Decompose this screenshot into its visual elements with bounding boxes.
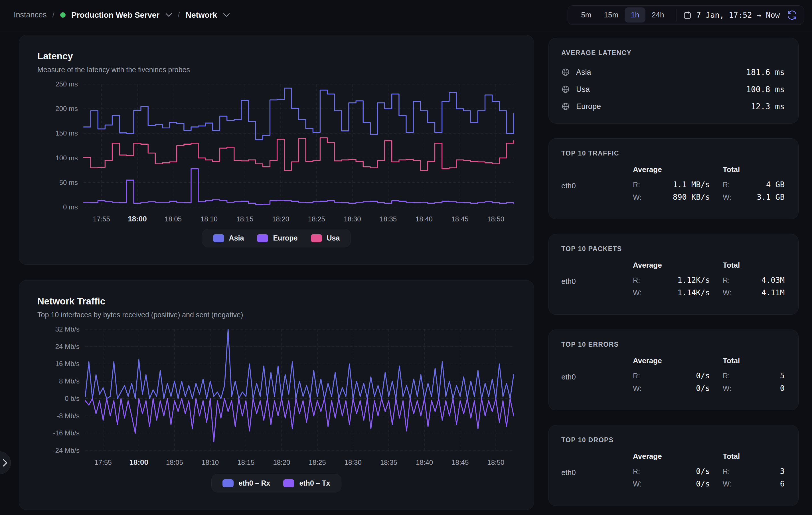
total-write-row: W:3.1 GB (723, 193, 785, 205)
svg-text:50 ms: 50 ms (59, 179, 78, 186)
breadcrumb: Instances / Production Web Server / Netw… (14, 10, 230, 20)
svg-text:18:50: 18:50 (487, 458, 504, 466)
svg-text:18:45: 18:45 (451, 215, 468, 223)
latency-row-asia: Asia 181.6 ms (561, 64, 785, 81)
top10-drops-table: Average Total eth0 R:0/s W:0/s R:3 W:6 (561, 452, 785, 492)
top10-drops-panel: TOP 10 DROPS Average Total eth0 R:0/s W:… (548, 425, 799, 506)
column-header-total: Total (723, 261, 785, 276)
toolbar-divider (676, 9, 677, 21)
column-header-average: Average (633, 356, 710, 371)
asia-swatch (213, 234, 224, 242)
svg-text:0 b/s: 0 b/s (65, 395, 80, 402)
europe-swatch (257, 234, 268, 242)
breadcrumb-section-name[interactable]: Network (186, 10, 217, 20)
sidebar-expand-button[interactable] (0, 451, 11, 474)
svg-text:18:05: 18:05 (165, 215, 182, 223)
avg-write-row: W:890 KB/s (633, 193, 710, 205)
top10-drops-title: TOP 10 DROPS (561, 436, 785, 444)
time-range-toolbar: 5m 15m 1h 24h 7 Jan, 17:52 → Now (568, 5, 804, 25)
svg-text:18:30: 18:30 (344, 215, 361, 223)
date-range-picker[interactable]: 7 Jan, 17:52 → Now (683, 10, 780, 20)
svg-text:100 ms: 100 ms (55, 154, 78, 162)
charts-column: Latency Measure of the latency with the … (19, 30, 534, 510)
svg-text:17:55: 17:55 (95, 458, 112, 466)
traffic-legend: eth0 – Rx eth0 – Tx (33, 474, 520, 492)
svg-text:18:35: 18:35 (380, 215, 397, 223)
svg-text:150 ms: 150 ms (55, 129, 78, 137)
avg-read-row: R:0/s (633, 467, 710, 479)
svg-text:18:30: 18:30 (345, 458, 361, 466)
main-content: Latency Measure of the latency with the … (19, 30, 799, 510)
svg-text:17:55: 17:55 (93, 215, 110, 223)
svg-text:18:35: 18:35 (380, 458, 397, 466)
svg-text:18:00: 18:00 (129, 458, 149, 466)
rx-swatch (223, 479, 234, 487)
latency-chart[interactable]: 17:5518:0018:0518:1018:1518:2018:2518:30… (33, 80, 521, 224)
top10-packets-title: TOP 10 PACKETS (561, 245, 785, 253)
latency-card: Latency Measure of the latency with the … (19, 35, 534, 265)
range-button-5m[interactable]: 5m (575, 7, 598, 23)
stats-column: AVERAGE LATENCY Asia 181.6 ms Usa 100.8 … (548, 30, 799, 510)
svg-text:-24 Mb/s: -24 Mb/s (53, 447, 80, 454)
breadcrumb-instance-name[interactable]: Production Web Server (71, 10, 160, 20)
total-read-row: R:4.03M (723, 276, 785, 288)
average-latency-panel: AVERAGE LATENCY Asia 181.6 ms Usa 100.8 … (548, 38, 799, 123)
usa-swatch (311, 234, 322, 242)
refresh-button[interactable] (787, 10, 797, 20)
avg-read-row: R:0/s (633, 371, 710, 384)
globe-icon (561, 85, 570, 93)
network-traffic-chart[interactable]: 17:5518:0018:0518:1018:1518:2018:2518:30… (33, 325, 521, 469)
column-header-average: Average (633, 452, 710, 467)
legend-item-europe[interactable]: Europe (257, 234, 297, 242)
avg-write-row: W:1.14K/s (633, 288, 710, 301)
svg-text:18:15: 18:15 (237, 458, 254, 466)
svg-text:18:20: 18:20 (272, 215, 289, 223)
svg-text:0 ms: 0 ms (63, 203, 78, 211)
latency-title: Latency (37, 51, 520, 62)
chevron-down-icon[interactable] (223, 13, 230, 17)
traffic-title: Network Traffic (37, 296, 520, 307)
legend-item-asia[interactable]: Asia (213, 234, 244, 242)
range-button-15m[interactable]: 15m (598, 7, 625, 23)
svg-text:18:50: 18:50 (487, 215, 504, 223)
globe-icon (561, 102, 570, 111)
instance-status-dot (60, 12, 66, 18)
svg-text:18:10: 18:10 (202, 458, 219, 466)
interface-name: eth0 (561, 180, 620, 190)
svg-text:250 ms: 250 ms (55, 80, 78, 88)
column-header-average: Average (633, 261, 710, 276)
topbar: Instances / Production Web Server / Netw… (0, 0, 812, 30)
legend-item-eth0-rx[interactable]: eth0 – Rx (223, 479, 270, 487)
svg-text:-16 Mb/s: -16 Mb/s (53, 429, 80, 437)
traffic-subtitle: Top 10 interfaces by bytes received (pos… (37, 311, 520, 319)
avg-write-row: W:0/s (633, 384, 710, 396)
svg-text:18:15: 18:15 (236, 215, 253, 223)
avg-read-row: R:1.12K/s (633, 276, 710, 288)
total-read-row: R:4 GB (723, 180, 785, 193)
range-button-1h[interactable]: 1h (625, 7, 645, 23)
range-button-24h[interactable]: 24h (645, 7, 670, 23)
top10-errors-panel: TOP 10 ERRORS Average Total eth0 R:0/s W… (548, 330, 799, 410)
refresh-icon (787, 10, 797, 20)
legend-item-usa[interactable]: Usa (311, 234, 340, 242)
svg-text:18:25: 18:25 (308, 215, 325, 223)
svg-text:32 Mb/s: 32 Mb/s (55, 325, 80, 333)
calendar-icon (683, 11, 692, 20)
chevron-down-icon[interactable] (166, 13, 172, 17)
column-header-average: Average (633, 165, 710, 180)
avg-write-row: W:0/s (633, 479, 710, 492)
column-header-total: Total (723, 165, 785, 180)
svg-text:18:00: 18:00 (128, 214, 147, 223)
legend-item-eth0-tx[interactable]: eth0 – Tx (283, 479, 330, 487)
svg-text:18:40: 18:40 (416, 458, 433, 466)
column-header-total: Total (723, 452, 785, 467)
top10-traffic-table: Average Total eth0 R:1.1 MB/s W:890 KB/s… (561, 165, 785, 205)
column-header-total: Total (723, 356, 785, 371)
breadcrumb-instances-link[interactable]: Instances (14, 10, 47, 20)
svg-text:18:10: 18:10 (201, 215, 218, 223)
latency-row-usa: Usa 100.8 ms (561, 81, 785, 98)
svg-text:24 Mb/s: 24 Mb/s (55, 343, 80, 350)
interface-name: eth0 (561, 276, 620, 286)
total-write-row: W:4.11M (723, 288, 785, 301)
interface-name: eth0 (561, 371, 620, 381)
